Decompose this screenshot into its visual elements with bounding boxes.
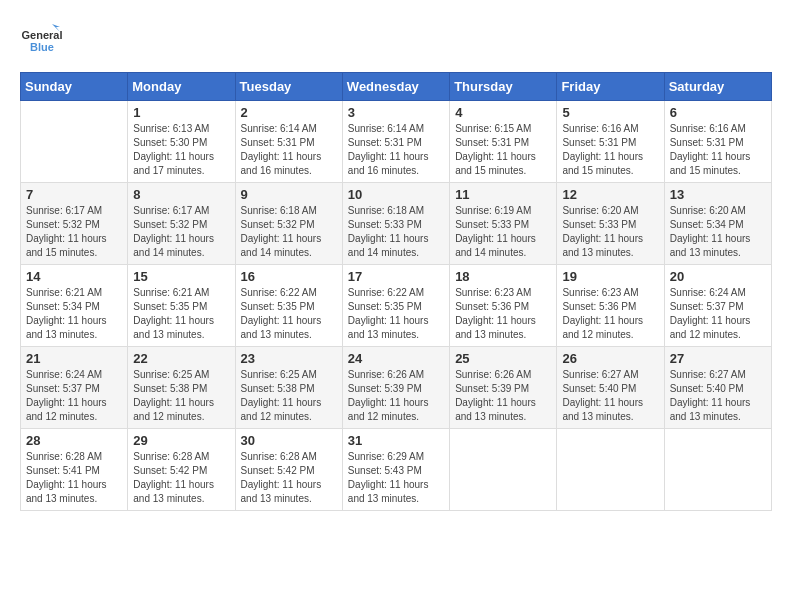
day-number: 28: [26, 433, 122, 448]
day-cell: 16Sunrise: 6:22 AM Sunset: 5:35 PM Dayli…: [235, 265, 342, 347]
day-info: Sunrise: 6:27 AM Sunset: 5:40 PM Dayligh…: [562, 368, 658, 424]
day-info: Sunrise: 6:29 AM Sunset: 5:43 PM Dayligh…: [348, 450, 444, 506]
day-info: Sunrise: 6:25 AM Sunset: 5:38 PM Dayligh…: [241, 368, 337, 424]
day-number: 22: [133, 351, 229, 366]
day-number: 12: [562, 187, 658, 202]
logo: GeneralBlue: [20, 20, 62, 62]
day-number: 21: [26, 351, 122, 366]
day-number: 17: [348, 269, 444, 284]
week-row-1: 1Sunrise: 6:13 AM Sunset: 5:30 PM Daylig…: [21, 101, 772, 183]
day-info: Sunrise: 6:28 AM Sunset: 5:41 PM Dayligh…: [26, 450, 122, 506]
day-info: Sunrise: 6:28 AM Sunset: 5:42 PM Dayligh…: [133, 450, 229, 506]
day-info: Sunrise: 6:22 AM Sunset: 5:35 PM Dayligh…: [348, 286, 444, 342]
header-thursday: Thursday: [450, 73, 557, 101]
day-info: Sunrise: 6:24 AM Sunset: 5:37 PM Dayligh…: [670, 286, 766, 342]
day-cell: 24Sunrise: 6:26 AM Sunset: 5:39 PM Dayli…: [342, 347, 449, 429]
day-info: Sunrise: 6:16 AM Sunset: 5:31 PM Dayligh…: [562, 122, 658, 178]
week-row-4: 21Sunrise: 6:24 AM Sunset: 5:37 PM Dayli…: [21, 347, 772, 429]
day-cell: 4Sunrise: 6:15 AM Sunset: 5:31 PM Daylig…: [450, 101, 557, 183]
day-cell: 20Sunrise: 6:24 AM Sunset: 5:37 PM Dayli…: [664, 265, 771, 347]
week-row-5: 28Sunrise: 6:28 AM Sunset: 5:41 PM Dayli…: [21, 429, 772, 511]
day-cell: 21Sunrise: 6:24 AM Sunset: 5:37 PM Dayli…: [21, 347, 128, 429]
day-info: Sunrise: 6:22 AM Sunset: 5:35 PM Dayligh…: [241, 286, 337, 342]
page-header: GeneralBlue: [20, 20, 772, 62]
day-info: Sunrise: 6:24 AM Sunset: 5:37 PM Dayligh…: [26, 368, 122, 424]
day-info: Sunrise: 6:15 AM Sunset: 5:31 PM Dayligh…: [455, 122, 551, 178]
day-cell: 27Sunrise: 6:27 AM Sunset: 5:40 PM Dayli…: [664, 347, 771, 429]
day-cell: 2Sunrise: 6:14 AM Sunset: 5:31 PM Daylig…: [235, 101, 342, 183]
day-info: Sunrise: 6:23 AM Sunset: 5:36 PM Dayligh…: [562, 286, 658, 342]
day-info: Sunrise: 6:21 AM Sunset: 5:34 PM Dayligh…: [26, 286, 122, 342]
day-number: 26: [562, 351, 658, 366]
svg-text:Blue: Blue: [30, 41, 54, 53]
day-cell: 25Sunrise: 6:26 AM Sunset: 5:39 PM Dayli…: [450, 347, 557, 429]
day-number: 18: [455, 269, 551, 284]
day-info: Sunrise: 6:14 AM Sunset: 5:31 PM Dayligh…: [348, 122, 444, 178]
day-number: 2: [241, 105, 337, 120]
header-tuesday: Tuesday: [235, 73, 342, 101]
header-row: SundayMondayTuesdayWednesdayThursdayFrid…: [21, 73, 772, 101]
day-cell: 30Sunrise: 6:28 AM Sunset: 5:42 PM Dayli…: [235, 429, 342, 511]
day-info: Sunrise: 6:25 AM Sunset: 5:38 PM Dayligh…: [133, 368, 229, 424]
day-number: 27: [670, 351, 766, 366]
day-number: 20: [670, 269, 766, 284]
day-cell: 1Sunrise: 6:13 AM Sunset: 5:30 PM Daylig…: [128, 101, 235, 183]
day-number: 13: [670, 187, 766, 202]
day-cell: 8Sunrise: 6:17 AM Sunset: 5:32 PM Daylig…: [128, 183, 235, 265]
day-cell: 12Sunrise: 6:20 AM Sunset: 5:33 PM Dayli…: [557, 183, 664, 265]
day-info: Sunrise: 6:20 AM Sunset: 5:34 PM Dayligh…: [670, 204, 766, 260]
day-cell: 22Sunrise: 6:25 AM Sunset: 5:38 PM Dayli…: [128, 347, 235, 429]
svg-text:General: General: [22, 29, 62, 41]
day-info: Sunrise: 6:18 AM Sunset: 5:32 PM Dayligh…: [241, 204, 337, 260]
day-number: 30: [241, 433, 337, 448]
day-cell: 23Sunrise: 6:25 AM Sunset: 5:38 PM Dayli…: [235, 347, 342, 429]
day-number: 8: [133, 187, 229, 202]
day-cell: 31Sunrise: 6:29 AM Sunset: 5:43 PM Dayli…: [342, 429, 449, 511]
day-number: 7: [26, 187, 122, 202]
day-info: Sunrise: 6:26 AM Sunset: 5:39 PM Dayligh…: [348, 368, 444, 424]
day-info: Sunrise: 6:13 AM Sunset: 5:30 PM Dayligh…: [133, 122, 229, 178]
week-row-2: 7Sunrise: 6:17 AM Sunset: 5:32 PM Daylig…: [21, 183, 772, 265]
day-cell: 6Sunrise: 6:16 AM Sunset: 5:31 PM Daylig…: [664, 101, 771, 183]
day-number: 15: [133, 269, 229, 284]
day-cell: 17Sunrise: 6:22 AM Sunset: 5:35 PM Dayli…: [342, 265, 449, 347]
day-number: 19: [562, 269, 658, 284]
day-info: Sunrise: 6:17 AM Sunset: 5:32 PM Dayligh…: [133, 204, 229, 260]
day-info: Sunrise: 6:14 AM Sunset: 5:31 PM Dayligh…: [241, 122, 337, 178]
day-info: Sunrise: 6:27 AM Sunset: 5:40 PM Dayligh…: [670, 368, 766, 424]
day-number: 29: [133, 433, 229, 448]
day-cell: 13Sunrise: 6:20 AM Sunset: 5:34 PM Dayli…: [664, 183, 771, 265]
day-number: 5: [562, 105, 658, 120]
day-number: 1: [133, 105, 229, 120]
day-number: 16: [241, 269, 337, 284]
day-cell: [557, 429, 664, 511]
day-cell: 5Sunrise: 6:16 AM Sunset: 5:31 PM Daylig…: [557, 101, 664, 183]
day-cell: 15Sunrise: 6:21 AM Sunset: 5:35 PM Dayli…: [128, 265, 235, 347]
day-number: 23: [241, 351, 337, 366]
day-cell: 7Sunrise: 6:17 AM Sunset: 5:32 PM Daylig…: [21, 183, 128, 265]
day-cell: 14Sunrise: 6:21 AM Sunset: 5:34 PM Dayli…: [21, 265, 128, 347]
day-number: 25: [455, 351, 551, 366]
header-monday: Monday: [128, 73, 235, 101]
day-cell: 9Sunrise: 6:18 AM Sunset: 5:32 PM Daylig…: [235, 183, 342, 265]
day-info: Sunrise: 6:20 AM Sunset: 5:33 PM Dayligh…: [562, 204, 658, 260]
day-number: 3: [348, 105, 444, 120]
day-info: Sunrise: 6:23 AM Sunset: 5:36 PM Dayligh…: [455, 286, 551, 342]
day-info: Sunrise: 6:26 AM Sunset: 5:39 PM Dayligh…: [455, 368, 551, 424]
day-number: 14: [26, 269, 122, 284]
day-info: Sunrise: 6:16 AM Sunset: 5:31 PM Dayligh…: [670, 122, 766, 178]
day-cell: 10Sunrise: 6:18 AM Sunset: 5:33 PM Dayli…: [342, 183, 449, 265]
day-cell: 18Sunrise: 6:23 AM Sunset: 5:36 PM Dayli…: [450, 265, 557, 347]
day-cell: 28Sunrise: 6:28 AM Sunset: 5:41 PM Dayli…: [21, 429, 128, 511]
day-info: Sunrise: 6:21 AM Sunset: 5:35 PM Dayligh…: [133, 286, 229, 342]
calendar-table: SundayMondayTuesdayWednesdayThursdayFrid…: [20, 72, 772, 511]
day-cell: 26Sunrise: 6:27 AM Sunset: 5:40 PM Dayli…: [557, 347, 664, 429]
day-cell: [664, 429, 771, 511]
day-info: Sunrise: 6:28 AM Sunset: 5:42 PM Dayligh…: [241, 450, 337, 506]
day-info: Sunrise: 6:17 AM Sunset: 5:32 PM Dayligh…: [26, 204, 122, 260]
day-number: 31: [348, 433, 444, 448]
day-cell: 11Sunrise: 6:19 AM Sunset: 5:33 PM Dayli…: [450, 183, 557, 265]
day-number: 9: [241, 187, 337, 202]
header-wednesday: Wednesday: [342, 73, 449, 101]
week-row-3: 14Sunrise: 6:21 AM Sunset: 5:34 PM Dayli…: [21, 265, 772, 347]
